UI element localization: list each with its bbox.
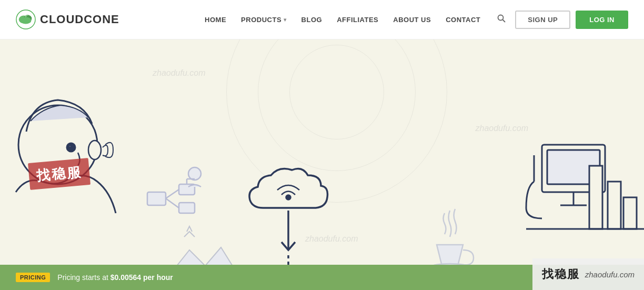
logo-icon [16,9,36,29]
pricing-badge: PRICING [16,273,50,282]
search-button[interactable] [493,12,510,27]
hero-section: zhaodufu.com zhaodufu.com zhaodufu.com [0,39,644,290]
hero-illustration [0,39,644,290]
svg-rect-27 [589,166,602,229]
login-button[interactable]: LOG IN [576,11,628,29]
svg-line-14 [166,198,179,208]
nav-affiliates[interactable]: AFFILIATES [337,16,378,24]
site-header: CLOUDCONE HOME PRODUCTS ▾ BLOG AFFILIATE… [0,0,644,39]
nav-products[interactable]: PRODUCTS ▾ [241,16,286,24]
svg-line-13 [166,189,179,198]
svg-point-18 [286,195,290,199]
nav-about[interactable]: ABOUT US [393,16,431,24]
svg-rect-10 [147,192,166,205]
svg-line-5 [503,20,506,23]
cn-small-text: zhaodufu.com [585,270,635,279]
main-nav: HOME PRODUCTS ▾ BLOG AFFILIATES ABOUT US… [205,16,480,24]
nav-contact[interactable]: CONTACT [446,16,480,24]
svg-point-8 [69,145,71,147]
svg-point-15 [188,167,201,180]
pricing-text: Pricing starts at $0.00564 per hour [57,273,173,282]
nav-home[interactable]: HOME [205,16,226,24]
signup-button[interactable]: SIGN UP [515,11,570,29]
nav-blog[interactable]: BLOG [301,16,323,24]
chevron-down-icon: ▾ [284,17,287,23]
cn-watermark-overlay: 找稳服 zhaodufu.com [532,258,644,290]
search-icon [497,14,506,23]
logo[interactable]: CLOUDCONE [16,9,119,29]
logo-text: CLOUDCONE [40,13,119,26]
svg-rect-28 [608,182,621,229]
svg-rect-12 [179,203,195,213]
svg-point-9 [88,141,101,159]
svg-rect-29 [623,197,637,229]
cn-large-text: 找稳服 [542,266,580,282]
svg-point-3 [21,17,32,24]
svg-point-4 [498,15,504,21]
